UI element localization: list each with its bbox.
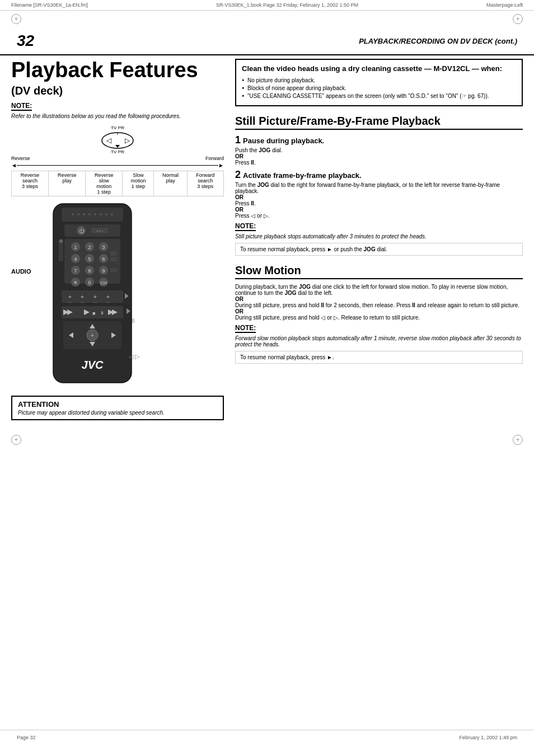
speed-cell-3: Reverseslowmotion1 step xyxy=(86,171,123,196)
reverse-label: Reverse xyxy=(11,156,30,161)
reg-mark-br xyxy=(513,435,523,445)
jog-dial-svg: ·TV PR· ◁ ▷ ·TV PR· xyxy=(78,124,157,154)
callout-title: Clean the video heads using a dry cleani… xyxy=(242,64,516,74)
svg-text:+: + xyxy=(91,332,94,339)
svg-text:JVC: JVC xyxy=(82,359,104,371)
step-1-number: 1 xyxy=(235,134,241,146)
callout-item-2: Blocks of noise appear during playback. xyxy=(242,85,516,91)
note-label-still: NOTE: xyxy=(235,222,256,231)
callout-box: Clean the video heads using a dry cleani… xyxy=(235,59,523,106)
page-number: 32 xyxy=(17,32,34,50)
svg-text:1: 1 xyxy=(74,245,77,250)
slow-section-title: Slow Motion xyxy=(235,264,523,279)
note-label-slow: NOTE: xyxy=(235,324,256,333)
sub-title: (DV deck) xyxy=(11,84,224,97)
remote-svg: ⏻ • • • 1 2 3 xyxy=(42,201,154,391)
svg-marker-5 xyxy=(115,145,120,148)
step-2-number: 2 xyxy=(235,169,241,181)
step-1-heading: Pause during playback. xyxy=(243,137,324,145)
svg-text:✕: ✕ xyxy=(73,280,78,285)
callout-list: No picture during playback. Blocks of no… xyxy=(242,77,516,99)
attention-box: ATTENTION Picture may appear distorted d… xyxy=(11,396,224,420)
page-title: PLAYBACK/RECORDING ON DV DECK (cont.) xyxy=(51,37,517,45)
svg-text:■: ■ xyxy=(92,311,95,316)
slow-body-1: During playback, turn the JOG dial one c… xyxy=(235,284,523,321)
still-section: Still Picture/Frame-By-Frame Playback 1 … xyxy=(235,114,523,256)
callout-item-3: "USE CLEANING CASSETTE" appears on the s… xyxy=(242,93,516,99)
footer-date: February 1, 2002 1:49 pm xyxy=(459,735,517,740)
svg-point-12 xyxy=(88,213,91,215)
svg-point-9 xyxy=(72,213,74,215)
svg-rect-38 xyxy=(110,257,117,261)
svg-point-14 xyxy=(100,213,102,215)
svg-rect-45 xyxy=(110,268,117,273)
svg-text:0: 0 xyxy=(88,280,91,285)
svg-text:7: 7 xyxy=(74,268,77,274)
svg-text:6: 6 xyxy=(102,256,105,262)
svg-text:• • •: • • • xyxy=(96,229,103,233)
page-header: 32 PLAYBACK/RECORDING ON DV DECK (cont.) xyxy=(0,27,534,55)
svg-point-16 xyxy=(111,213,113,215)
note-text-slow: Forward slow motion playback stops autom… xyxy=(235,335,523,348)
page-footer: Page 32 February 1, 2002 1:49 pm xyxy=(0,730,534,745)
filename-label: Filename [SR-VS30EK_1a-EN.fm] xyxy=(11,2,88,8)
svg-text:·TV PR·: ·TV PR· xyxy=(110,125,125,130)
note-label-left: NOTE: xyxy=(11,102,32,111)
speed-cell-1: Reversesearch3 steps xyxy=(12,171,49,196)
note-text-left: Refer to the illustrations below as you … xyxy=(11,113,224,119)
speed-table: Reversesearch3 steps Reverseplay Reverse… xyxy=(11,171,224,196)
note-text-still: Still picture playback stops automatical… xyxy=(235,233,523,240)
forward-label: Forward xyxy=(205,156,224,161)
step-1-body: Push the JOG dial. OR Press II. xyxy=(235,147,523,166)
svg-text:9: 9 xyxy=(102,268,105,274)
speed-diagram: ·TV PR· ◁ ▷ ·TV PR· Reverse xyxy=(11,124,224,196)
reg-mark-tr xyxy=(513,14,523,24)
step-2-body: Turn the JOG dial to the right for forwa… xyxy=(235,182,523,219)
masterpage-label: Masterpage:Left xyxy=(486,2,523,8)
footer-page: Page 32 xyxy=(17,735,36,740)
slow-section: Slow Motion During playback, turn the JO… xyxy=(235,264,523,364)
svg-text:II: II xyxy=(132,318,135,324)
svg-text:4: 4 xyxy=(74,256,77,262)
still-resume-box: To resume normal playback, press ► or pu… xyxy=(235,243,523,256)
svg-text:5: 5 xyxy=(88,256,91,262)
callout-item-1: No picture during playback. xyxy=(242,77,516,83)
speed-cell-4: Slowmotion1 step xyxy=(123,171,154,196)
book-info: SR-VS30EK_1.book Page 32 Friday, Februar… xyxy=(216,2,358,8)
svg-text:◁: ◁ xyxy=(106,137,112,144)
step-2: 2 Activate frame-by-frame playback. Turn… xyxy=(235,169,523,219)
svg-text:—: — xyxy=(93,299,97,304)
svg-point-11 xyxy=(83,213,85,215)
slow-resume-box: To resume normal playback, press ►. xyxy=(235,351,523,364)
svg-rect-8 xyxy=(62,208,123,222)
speed-cell-5: Normalplay xyxy=(154,171,187,196)
svg-point-23 xyxy=(59,240,63,243)
svg-point-10 xyxy=(77,213,79,215)
speed-cell-2: Reverseplay xyxy=(49,171,86,196)
attention-text: Picture may appear distorted during vari… xyxy=(18,410,217,416)
main-title: Playback Features xyxy=(11,59,224,82)
svg-text:·TV PR·: ·TV PR· xyxy=(110,149,125,154)
svg-text:⏸: ⏸ xyxy=(100,311,104,316)
attention-label: ATTENTION xyxy=(18,400,217,408)
step-1: 1 Pause during playback. Push the JOG di… xyxy=(235,134,523,166)
still-section-title: Still Picture/Frame-By-Frame Playback xyxy=(235,114,523,130)
svg-text:▷: ▷ xyxy=(125,137,130,144)
svg-text:—: — xyxy=(106,299,110,304)
svg-text:—: — xyxy=(80,299,85,304)
right-column: Clean the video heads using a dry cleani… xyxy=(235,59,523,420)
speed-cell-6: Forwardsearch3 steps xyxy=(187,171,223,196)
svg-text:—: — xyxy=(68,299,72,304)
svg-rect-31 xyxy=(110,251,117,256)
reg-mark-tl xyxy=(11,14,21,24)
svg-text:◁ ▷: ◁ ▷ xyxy=(129,353,140,360)
svg-point-13 xyxy=(94,213,96,215)
step-2-heading: Activate frame-by-frame playback. xyxy=(243,171,362,180)
svg-text:⏻: ⏻ xyxy=(79,228,85,234)
svg-point-15 xyxy=(105,213,107,215)
svg-text:8: 8 xyxy=(88,268,91,274)
left-column: Playback Features (DV deck) NOTE: Refer … xyxy=(11,59,224,420)
top-bar: Filename [SR-VS30EK_1a-EN.fm] SR-VS30EK_… xyxy=(0,0,534,11)
remote-area: AUDIO xyxy=(11,201,224,391)
svg-text:2: 2 xyxy=(88,245,91,250)
